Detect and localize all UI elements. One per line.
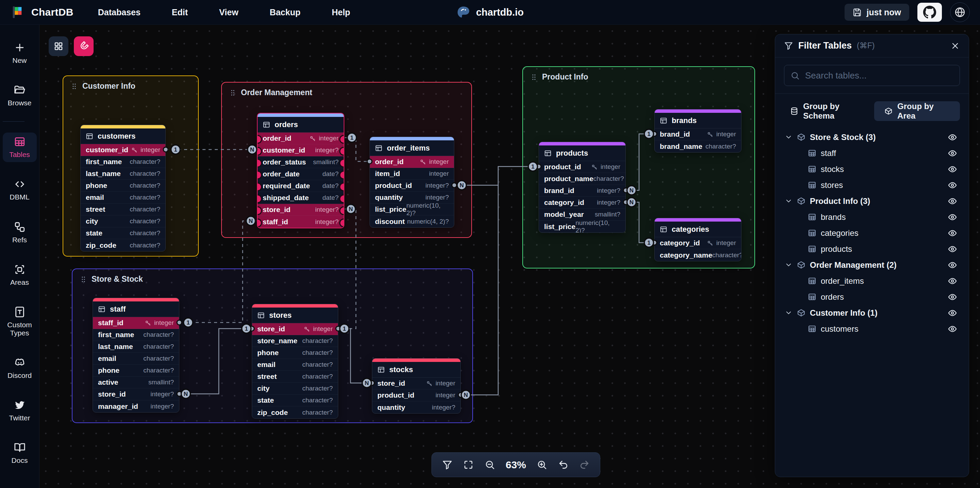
sidebar-item-custom-types[interactable]: Custom Types [3,303,37,341]
table-orders[interactable]: ordersorder_idintegercustomer_idinteger?… [257,113,344,228]
table-header[interactable]: stocks [372,362,460,377]
table-header[interactable]: orders [258,117,344,133]
redo-button[interactable] [579,459,590,470]
table-customers[interactable]: customerscustomer_idintegerfirst_namecha… [80,125,166,252]
filter-button[interactable] [442,459,453,470]
eye-icon[interactable] [948,196,957,206]
field-row-category_id[interactable]: category_idinteger [655,237,741,249]
group-by-area-button[interactable]: Group by Area [874,101,960,121]
table-stocks[interactable]: stocksstore_idintegerproduct_idintegerqu… [372,358,461,414]
snap-magnet-button[interactable] [74,36,94,56]
tree-group-order-management[interactable]: Order Management (2) [782,257,962,273]
field-row-product_name[interactable]: product_namecharacter? [539,173,625,185]
eye-icon[interactable] [948,149,957,158]
field-row-category_name[interactable]: category_namecharacter? [655,249,741,261]
field-row-store_name[interactable]: store_namecharacter? [252,335,338,347]
tree-table-order-items[interactable]: order_items [782,273,962,289]
field-row-order_status[interactable]: order_statussmallint? [258,156,344,168]
group-by-schema-button[interactable]: Group by Schema [784,101,874,121]
field-row-zip_code[interactable]: zip_codecharacter? [252,406,338,418]
field-row-street[interactable]: streetcharacter? [252,371,338,383]
tree-table-brands[interactable]: brands [782,209,962,225]
close-icon[interactable] [950,41,960,51]
tree-table-products[interactable]: products [782,241,962,257]
last-saved-button[interactable]: just now [845,4,909,21]
eye-icon[interactable] [948,292,957,302]
field-row-last_name[interactable]: last_namecharacter? [81,168,165,180]
eye-icon[interactable] [948,244,957,254]
sidebar-item-twitter[interactable]: Twitter [3,396,37,425]
eye-icon[interactable] [948,133,957,142]
zoom-out-button[interactable] [485,459,495,470]
table-order_items[interactable]: order_itemsorder_idintegeritem_idinteger… [369,136,454,228]
eye-icon[interactable] [948,228,957,238]
menu-edit[interactable]: Edit [172,8,188,17]
table-staff[interactable]: staffstaff_idintegerfirst_namecharacter?… [92,298,179,412]
field-row-staff_id[interactable]: staff_idinteger? [258,216,344,228]
field-row-list_price[interactable]: list_pricenumeric(10, 2)? [539,220,625,233]
eye-icon[interactable] [948,276,957,286]
field-row-phone[interactable]: phonecharacter? [93,364,179,377]
table-header[interactable]: products [539,146,625,161]
field-row-email[interactable]: emailcharacter? [93,353,179,364]
tree-group-store-stock[interactable]: Store & Stock (3) [782,129,962,145]
eye-icon[interactable] [948,181,957,190]
undo-button[interactable] [558,459,569,470]
field-row-brand_id[interactable]: brand_idinteger [655,128,741,140]
field-row-product_id[interactable]: product_idinteger [372,390,460,401]
zoom-level[interactable]: 63% [506,459,526,471]
field-row-first_name[interactable]: first_namecharacter? [93,329,179,341]
field-row-shipped_date[interactable]: shipped_datedate? [258,192,344,204]
field-row-phone[interactable]: phonecharacter? [252,347,338,359]
sidebar-item-refs[interactable]: Refs [3,218,37,247]
github-button[interactable] [917,3,942,22]
sidebar-item-browse[interactable]: Browse [3,81,37,111]
field-row-item_id[interactable]: item_idinteger [370,168,454,180]
field-row-required_date[interactable]: required_datedate? [258,180,344,192]
search-box[interactable] [784,65,960,86]
field-row-email[interactable]: emailcharacter? [81,192,165,204]
tree-table-categories[interactable]: categories [782,225,962,241]
diagram-name[interactable]: chartdb.io [456,0,524,25]
table-header[interactable]: customers [81,128,165,144]
table-products[interactable]: productsproduct_idintegerproduct_namecha… [539,142,626,233]
tree-group-product-info[interactable]: Product Info (3) [782,193,962,209]
field-row-customer_id[interactable]: customer_idinteger [81,144,165,156]
field-row-email[interactable]: emailcharacter? [252,359,338,371]
field-row-street[interactable]: streetcharacter? [81,204,165,215]
field-row-store_id[interactable]: store_idinteger? [93,388,179,400]
menu-backup[interactable]: Backup [270,8,301,17]
table-brands[interactable]: brandsbrand_idintegerbrand_namecharacter… [654,109,741,152]
field-row-store_id[interactable]: store_idinteger [372,377,460,390]
field-row-order_id[interactable]: order_idinteger [258,133,344,144]
table-header[interactable]: order_items [370,140,454,156]
tree-table-customers[interactable]: customers [782,321,962,337]
field-row-customer_id[interactable]: customer_idinteger? [258,144,344,156]
field-row-active[interactable]: activesmallint? [93,377,179,388]
menu-view[interactable]: View [219,8,239,17]
field-row-order_id[interactable]: order_idinteger [370,156,454,168]
field-row-category_id[interactable]: category_idinteger? [539,197,625,209]
field-row-last_name[interactable]: last_namecharacter? [93,341,179,353]
tree-table-stocks[interactable]: stocks [782,161,962,177]
eye-icon[interactable] [948,165,957,174]
eye-icon[interactable] [948,260,957,270]
sidebar-item-tables[interactable]: Tables [3,133,37,162]
menu-help[interactable]: Help [332,8,350,17]
eye-icon[interactable] [948,308,957,318]
menu-databases[interactable]: Databases [98,8,140,17]
field-row-first_name[interactable]: first_namecharacter? [81,156,165,168]
tree-table-stores[interactable]: stores [782,177,962,193]
sidebar-item-docs[interactable]: Docs [3,438,37,468]
layout-grid-button[interactable] [49,36,68,56]
field-row-quantity[interactable]: quantityinteger? [372,401,460,413]
sidebar-item-dbml[interactable]: DBML [3,175,37,204]
field-row-store_id[interactable]: store_idinteger [252,323,338,335]
language-button[interactable] [950,2,970,22]
field-row-store_id[interactable]: store_idinteger? [258,204,344,216]
sidebar-item-areas[interactable]: Areas [3,260,37,290]
field-row-staff_id[interactable]: staff_idinteger [93,317,179,329]
eye-icon[interactable] [948,324,957,334]
field-row-city[interactable]: citycharacter? [252,383,338,395]
field-row-state[interactable]: statecharacter? [81,227,165,239]
